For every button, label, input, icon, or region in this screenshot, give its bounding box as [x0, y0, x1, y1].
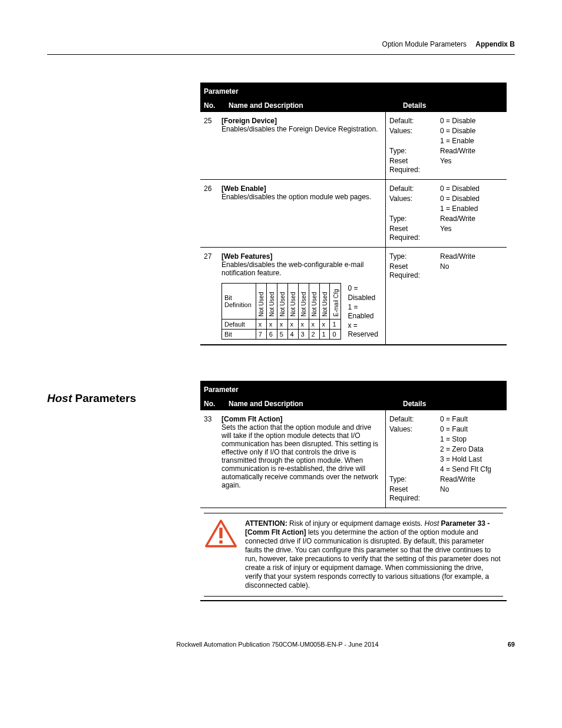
- bit-cell: 1: [330, 319, 340, 330]
- detail-value: Read/Write: [440, 475, 503, 484]
- bit-cell: x: [256, 319, 266, 330]
- detail-label: Default:: [389, 415, 440, 424]
- detail-value: 1 = Enabled: [440, 205, 503, 213]
- bit-cell: x: [266, 319, 277, 330]
- detail-value: 1 = Stop: [440, 435, 503, 444]
- param-details: Default:0 = Fault Values:0 = Fault 1 = S…: [389, 415, 503, 503]
- attention-label: ATTENTION:: [245, 519, 287, 528]
- col-no: No.: [200, 397, 225, 410]
- bit-col: Not Used: [309, 284, 319, 319]
- bit-cell: 4: [287, 330, 298, 340]
- param-no: 27: [200, 248, 218, 344]
- bit-cell: x: [277, 319, 287, 330]
- bit-cell: 3: [298, 330, 309, 340]
- param-desc: Enables/disables the Foreign Device Regi…: [222, 125, 378, 133]
- param-details: Type:Read/Write Reset Required:No: [389, 252, 503, 280]
- bit-cell: x: [287, 319, 298, 330]
- attention-row: ATTENTION: Risk of injury or equipment d…: [200, 513, 507, 601]
- detail-label: Reset Required:: [389, 157, 440, 174]
- table-row: 33 [Comm Flt Action] Sets the action tha…: [200, 410, 507, 508]
- detail-value: 0 = Disable: [440, 127, 503, 136]
- bit-def-label: Bit Definition: [222, 284, 256, 319]
- detail-label: Type:: [389, 147, 440, 156]
- param-no: 33: [200, 410, 218, 508]
- detail-value: No: [440, 262, 503, 280]
- page-footer: Rockwell Automation Publication 750COM-U…: [47, 641, 515, 648]
- publication-info: Rockwell Automation Publication 750COM-U…: [176, 641, 378, 648]
- detail-label: Reset Required:: [389, 225, 440, 242]
- col-name: Name and Description: [225, 99, 399, 112]
- table-title: Parameter: [200, 84, 507, 99]
- breadcrumb: Option Module Parameters: [382, 40, 467, 48]
- detail-value: 0 = Disable: [440, 117, 503, 126]
- legend-item: x = Reserved: [348, 321, 382, 340]
- param-details: Default:0 = Disabled Values:0 = Disabled…: [389, 185, 503, 242]
- legend-item: 1 = Enabled: [348, 303, 382, 321]
- bit-col: Not Used: [319, 284, 330, 319]
- detail-value: Yes: [440, 157, 503, 174]
- detail-label: Values:: [389, 425, 440, 434]
- detail-value: 0 = Disabled: [440, 185, 503, 193]
- legend-item: 0 = Disabled: [348, 284, 382, 302]
- param-name: [Comm Flt Action]: [222, 415, 283, 423]
- param-no: 26: [200, 180, 218, 247]
- col-no: No.: [200, 99, 225, 112]
- detail-label: Type:: [389, 252, 440, 261]
- bit-col: Not Used: [256, 284, 266, 319]
- detail-label: Values:: [389, 195, 440, 203]
- table-row: 26 [Web Enable] Enables/disables the opt…: [200, 180, 507, 248]
- attention-lead: Risk of injury or equipment damage exist…: [287, 519, 425, 528]
- detail-label: Values:: [389, 127, 440, 136]
- detail-value: No: [440, 485, 503, 503]
- param-desc: Sets the action that the option module a…: [222, 423, 378, 489]
- page-number: 69: [508, 641, 515, 648]
- section-title-host: Host Parameters: [47, 392, 136, 405]
- bit-cell: x: [319, 319, 330, 330]
- detail-value: Read/Write: [440, 147, 503, 156]
- bit-col: Not Used: [266, 284, 277, 319]
- bit-cell: x: [309, 319, 319, 330]
- detail-value: 0 = Fault: [440, 425, 503, 434]
- bit-cell: 0: [330, 330, 340, 340]
- section-title-italic: Host: [47, 392, 72, 404]
- detail-label: Default:: [389, 185, 440, 193]
- bit-cell: 6: [266, 330, 277, 340]
- table-title: Parameter: [200, 382, 507, 397]
- bit-col: Not Used: [277, 284, 287, 319]
- detail-value: 3 = Hold Last: [440, 455, 503, 464]
- bit-col: Not Used: [298, 284, 309, 319]
- param-no: 25: [200, 112, 218, 179]
- bit-definition-table: Bit Definition Not Used Not Used Not Use…: [222, 283, 341, 340]
- bit-cell: 7: [256, 330, 266, 340]
- attention-icon: [205, 519, 237, 548]
- detail-value: 0 = Fault: [440, 415, 503, 424]
- table-row: 27 [Web Features] Enables/disables the w…: [200, 248, 507, 345]
- detail-value: Yes: [440, 225, 503, 242]
- detail-value: Read/Write: [440, 252, 503, 261]
- col-details: Details: [399, 99, 507, 112]
- col-details: Details: [399, 397, 507, 410]
- detail-label: Reset Required:: [389, 262, 440, 280]
- detail-value: 2 = Zero Data: [440, 445, 503, 454]
- param-details: Default:0 = Disable Values:0 = Disable 1…: [389, 117, 503, 174]
- attention-italic: Host: [425, 519, 439, 528]
- detail-label: Default:: [389, 117, 440, 126]
- table-row: 25 [Foreign Device] Enables/disables the…: [200, 112, 507, 180]
- col-name: Name and Description: [225, 397, 399, 410]
- attention-body: lets you determine the action of the opt…: [245, 528, 501, 589]
- bit-legend: 0 = Disabled 1 = Enabled x = Reserved: [345, 284, 382, 340]
- bit-cell: 2: [309, 330, 319, 340]
- parameter-table-device: Parameter No. Name and Description Detai…: [200, 83, 507, 345]
- bit-col: E-mail Cfg: [330, 284, 340, 319]
- attention-text: ATTENTION: Risk of injury or equipment d…: [245, 519, 502, 590]
- svg-rect-1: [219, 528, 222, 538]
- parameter-table-host: Parameter No. Name and Description Detai…: [200, 381, 507, 601]
- header-rule: [47, 54, 515, 55]
- bit-cell: 1: [319, 330, 330, 340]
- detail-value: 0 = Disabled: [440, 195, 503, 203]
- bit-row-label: Bit: [222, 330, 256, 340]
- detail-label: Type:: [389, 475, 440, 484]
- page-header: Option Module Parameters Appendix B: [382, 40, 515, 48]
- svg-rect-2: [219, 541, 222, 543]
- param-name: [Web Enable]: [222, 185, 266, 193]
